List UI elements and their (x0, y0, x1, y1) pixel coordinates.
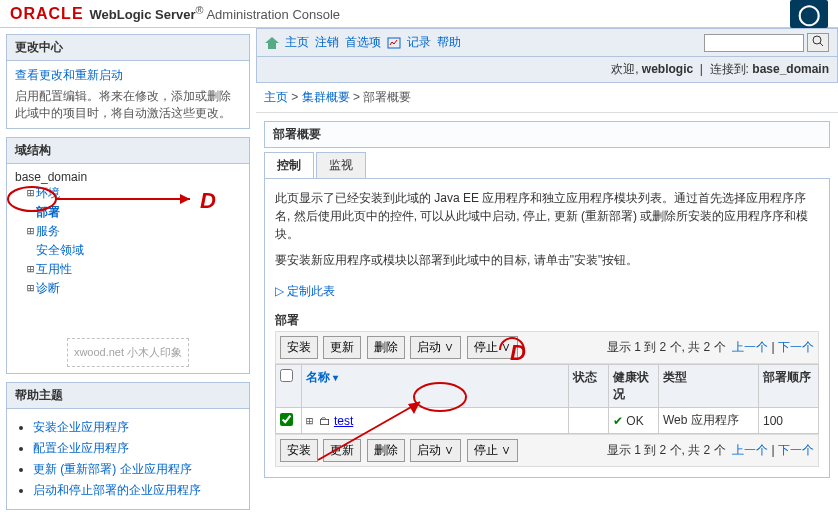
table-toolbar-bottom: 安装 更新 删除 启动 ∨ 停止 ∨ 显示 1 到 2 个, 共 2 个 上一个… (275, 434, 819, 467)
table-title: 部署 (275, 312, 819, 329)
domain-structure-panel: 域结构 base_domain ⊞环境 部署⊞服务 安全领域⊞互用性⊞诊断 xw… (6, 137, 250, 374)
ok-icon: ✔ (613, 414, 623, 428)
svg-rect-1 (388, 38, 400, 48)
tree-item-1[interactable]: 部署 (15, 203, 241, 222)
help-topics-title: 帮助主题 (7, 383, 249, 409)
help-item-0: 安装企业应用程序 (33, 419, 241, 436)
search-icon (812, 35, 824, 47)
help-link-0[interactable]: 安装企业应用程序 (33, 420, 129, 434)
domain-structure-title: 域结构 (7, 138, 249, 164)
select-all-checkbox[interactable] (280, 369, 293, 382)
col-state[interactable]: 状态 (569, 365, 609, 408)
cell-health: ✔ OK (609, 408, 659, 434)
row-checkbox[interactable] (280, 413, 293, 426)
welcome-row: 欢迎, weblogic | 连接到: base_domain (256, 57, 838, 83)
help-item-1: 配置企业应用程序 (33, 440, 241, 457)
change-center-panel: 更改中心 查看更改和重新启动 启用配置编辑。将来在修改，添加或删除此域中的项目时… (6, 34, 250, 129)
search-input[interactable] (704, 34, 804, 52)
home-link[interactable]: 主页 (285, 34, 309, 51)
stop-button-bottom[interactable]: 停止 ∨ (467, 439, 518, 462)
update-button-bottom[interactable]: 更新 (323, 439, 361, 462)
prev-link-bottom[interactable]: 上一个 (732, 443, 768, 457)
search-button[interactable] (807, 33, 829, 52)
oracle-logo: ORACLE (10, 5, 84, 23)
delete-button-bottom[interactable]: 删除 (367, 439, 405, 462)
tab-monitor[interactable]: 监视 (316, 152, 366, 178)
header-bar: ORACLE WebLogic Server® Administration C… (0, 0, 838, 28)
tab-control[interactable]: 控制 (264, 152, 314, 178)
start-button-bottom[interactable]: 启动 ∨ (410, 439, 461, 462)
tree-item-4[interactable]: ⊞互用性 (15, 260, 241, 279)
col-name[interactable]: 名称 ▾ (306, 370, 338, 384)
table-toolbar-top: 安装 更新 删除 启动 ∨ 停止 ∨ 显示 1 到 2 个, 共 2 个 上一个… (275, 331, 819, 364)
paging-bottom: 显示 1 到 2 个, 共 2 个 上一个 | 下一个 (607, 442, 814, 459)
install-button[interactable]: 安装 (280, 336, 318, 359)
disclosure-icon: ▷ (275, 284, 284, 298)
delete-button[interactable]: 删除 (367, 336, 405, 359)
tree-root[interactable]: base_domain (15, 170, 241, 184)
logout-link[interactable]: 注销 (315, 34, 339, 51)
tree-item-2[interactable]: ⊞服务 (15, 222, 241, 241)
prefs-link[interactable]: 首选项 (345, 34, 381, 51)
cell-type: Web 应用程序 (659, 408, 759, 434)
next-link[interactable]: 下一个 (778, 340, 814, 354)
help-link-3[interactable]: 启动和停止部署的企业应用程序 (33, 483, 201, 497)
tree-item-3[interactable]: 安全领域 (15, 241, 241, 260)
svg-line-3 (820, 43, 823, 46)
tabs: 控制 监视 (264, 152, 830, 179)
breadcrumb-mid[interactable]: 集群概要 (302, 90, 350, 104)
help-item-3: 启动和停止部署的企业应用程序 (33, 482, 241, 499)
expand-icon[interactable]: ⊞ (306, 414, 313, 428)
tree-item-5[interactable]: ⊞诊断 (15, 279, 241, 298)
record-icon (387, 37, 401, 49)
next-link-bottom[interactable]: 下一个 (778, 443, 814, 457)
app-icon: 🗀 (319, 414, 331, 428)
change-center-title: 更改中心 (7, 35, 249, 61)
current-domain: base_domain (752, 62, 829, 76)
deployment-name-link[interactable]: test (334, 414, 353, 428)
watermark: xwood.net 小木人印象 (15, 338, 241, 367)
start-button[interactable]: 启动 ∨ (410, 336, 461, 359)
product-title: WebLogic Server® Administration Console (90, 4, 341, 22)
svg-marker-0 (265, 37, 279, 49)
stop-button[interactable]: 停止 ∨ (467, 336, 518, 359)
description-2: 要安装新应用程序或模块以部署到此域中的目标, 请单击"安装"按钮。 (275, 251, 819, 269)
prev-link[interactable]: 上一个 (732, 340, 768, 354)
description-1: 此页显示了已经安装到此域的 Java EE 应用程序和独立应用程序模块列表。通过… (275, 189, 819, 243)
tree-item-0[interactable]: ⊞环境 (15, 184, 241, 203)
breadcrumb: 主页 > 集群概要 > 部署概要 (256, 83, 838, 113)
cell-state (569, 408, 609, 434)
help-link[interactable]: 帮助 (437, 34, 461, 51)
top-toolbar: 主页 注销 首选项 记录 帮助 (256, 28, 838, 57)
change-center-desc: 启用配置编辑。将来在修改，添加或删除此域中的项目时，将自动激活这些更改。 (15, 88, 241, 122)
col-order[interactable]: 部署顺序 (759, 365, 819, 408)
table-row: ⊞ 🗀 test✔ OKWeb 应用程序100 (276, 408, 819, 434)
view-changes-link[interactable]: 查看更改和重新启动 (15, 68, 123, 82)
install-button-bottom[interactable]: 安装 (280, 439, 318, 462)
update-button[interactable]: 更新 (323, 336, 361, 359)
header-right-glyph: ◯ (790, 0, 828, 28)
col-type[interactable]: 类型 (659, 365, 759, 408)
page-title: 部署概要 (264, 121, 830, 148)
help-link-1[interactable]: 配置企业应用程序 (33, 441, 129, 455)
breadcrumb-home[interactable]: 主页 (264, 90, 288, 104)
help-topics-panel: 帮助主题 安装企业应用程序配置企业应用程序更新 (重新部署) 企业应用程序启动和… (6, 382, 250, 510)
help-item-2: 更新 (重新部署) 企业应用程序 (33, 461, 241, 478)
record-link[interactable]: 记录 (407, 34, 431, 51)
breadcrumb-current: 部署概要 (363, 90, 411, 104)
col-health[interactable]: 健康状况 (609, 365, 659, 408)
paging-top: 显示 1 到 2 个, 共 2 个 上一个 | 下一个 (607, 339, 814, 356)
deployments-table: 名称 ▾ 状态 健康状况 类型 部署顺序 ⊞ 🗀 test✔ OKWeb 应用程… (275, 364, 819, 434)
help-link-2[interactable]: 更新 (重新部署) 企业应用程序 (33, 462, 192, 476)
home-icon (265, 37, 279, 49)
cell-order: 100 (759, 408, 819, 434)
current-user: weblogic (642, 62, 693, 76)
svg-point-2 (813, 36, 821, 44)
customize-table-link[interactable]: 定制此表 (287, 283, 335, 300)
